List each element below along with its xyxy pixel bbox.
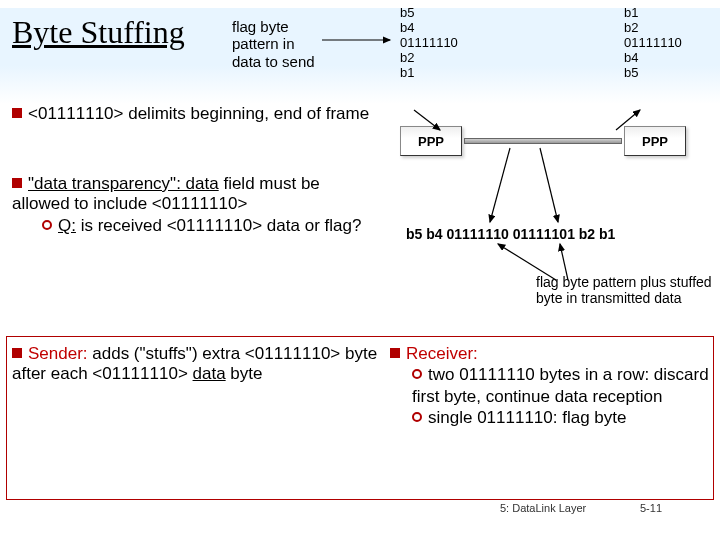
ppp-left-box: PPP <box>400 126 462 156</box>
footer-text: 5: DataLink Layer <box>500 502 586 514</box>
byte-label: b5 <box>624 66 696 81</box>
square-bullet-icon <box>390 348 400 358</box>
data-word: data <box>193 364 226 383</box>
byte-label: b5 <box>400 6 472 21</box>
sender-tail: byte <box>226 364 263 383</box>
receiver-sub2: single 01111110: flag byte <box>428 408 627 427</box>
byte-label: b4 <box>624 51 696 66</box>
stuffed-label: flag byte pattern plus stuffed byte in t… <box>536 274 716 306</box>
sender-label: Sender: <box>28 344 88 363</box>
left-byte-col: b5 b4 01111110 b2 b1 <box>400 6 472 81</box>
byte-label: 01111110 <box>400 36 472 51</box>
bullet-transparency: "data transparency": data field must be … <box>12 174 377 236</box>
square-bullet-icon <box>12 108 22 118</box>
bullet-text: <01111110> delimits beginning, end of fr… <box>28 104 369 123</box>
link-bar <box>464 138 622 144</box>
q-text: is received <01111110> data or flag? <box>76 216 361 235</box>
receiver-sub1: two 01111110 bytes in a row: discard fir… <box>412 365 709 405</box>
byte-label: b1 <box>624 6 696 21</box>
page-title: Byte Stuffing <box>12 14 185 51</box>
circle-bullet-icon <box>412 412 422 422</box>
byte-label: b4 <box>400 21 472 36</box>
bullet-text: "data transparency": data <box>28 174 219 193</box>
bullet-receiver: Receiver: two 01111110 bytes in a row: d… <box>390 344 710 428</box>
byte-label: b2 <box>624 21 696 36</box>
bullet-delimits: <01111110> delimits beginning, end of fr… <box>12 104 372 124</box>
bullet-sender: Sender: adds ("stuffs") extra <01111110>… <box>12 344 382 385</box>
square-bullet-icon <box>12 348 22 358</box>
square-bullet-icon <box>12 178 22 188</box>
circle-bullet-icon <box>42 220 52 230</box>
q-label: Q: <box>58 216 76 235</box>
byte-stream: b5 b4 01111110 01111101 b2 b1 <box>406 226 615 242</box>
right-byte-col: b1 b2 01111110 b4 b5 <box>624 6 696 81</box>
byte-label: b1 <box>400 66 472 81</box>
receiver-label: Receiver: <box>406 344 478 363</box>
flag-byte-label: flag byte pattern in data to send <box>232 18 322 70</box>
byte-label: 01111110 <box>624 36 696 51</box>
byte-label: b2 <box>400 51 472 66</box>
circle-bullet-icon <box>412 369 422 379</box>
ppp-diagram: b5 b4 01111110 b2 b1 b1 b2 01111110 b4 b… <box>380 10 710 220</box>
page-number: 5-11 <box>640 502 662 514</box>
ppp-right-box: PPP <box>624 126 686 156</box>
